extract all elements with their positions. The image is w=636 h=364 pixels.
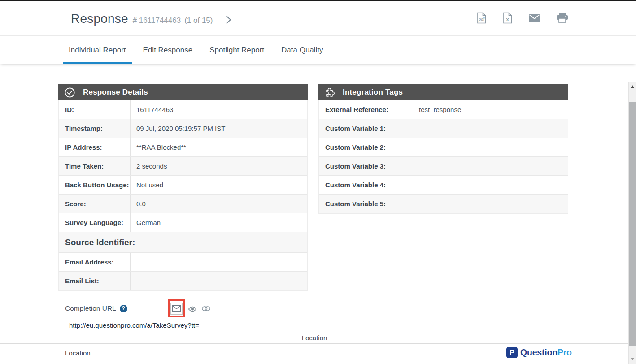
table-row: External Reference: test_response xyxy=(319,100,568,119)
completion-url-group: Completion URL ? xyxy=(65,304,127,312)
tab-data-quality[interactable]: Data Quality xyxy=(275,36,329,64)
print-button[interactable] xyxy=(557,12,568,24)
row-value xyxy=(413,119,568,138)
printer-icon xyxy=(557,13,568,23)
scroll-down-arrow-icon[interactable] xyxy=(631,358,634,360)
svg-text:pdf: pdf xyxy=(478,17,485,22)
row-label: Score: xyxy=(59,195,131,213)
brand-secondary: Pro xyxy=(558,347,572,357)
email-response-button[interactable] xyxy=(529,12,540,24)
table-row: Custom Variable 1: xyxy=(319,119,568,138)
response-details-table: Response Details ID: 1611744463 Timestam… xyxy=(58,84,308,291)
row-label: Email List: xyxy=(59,272,131,290)
table-row: Custom Variable 2: xyxy=(319,138,568,157)
chevron-right-icon xyxy=(225,15,235,24)
row-label: External Reference: xyxy=(319,100,413,119)
questionpro-logo-text: QuestionPro xyxy=(520,347,572,358)
row-value xyxy=(413,195,568,213)
table-row: Custom Variable 3: xyxy=(319,157,568,176)
row-value: 2 seconds xyxy=(131,157,307,175)
row-value xyxy=(413,138,568,156)
completion-url-input[interactable] xyxy=(65,318,213,332)
location-caption: Location xyxy=(0,334,629,342)
integration-tags-header: Integration Tags xyxy=(318,84,568,100)
row-value: Not used xyxy=(131,176,307,194)
check-circle-icon xyxy=(64,87,75,98)
tab-individual-report[interactable]: Individual Report xyxy=(63,36,132,64)
table-title: Integration Tags xyxy=(343,88,403,97)
questionpro-logo[interactable]: P QuestionPro xyxy=(506,347,572,358)
row-label: Custom Variable 4: xyxy=(319,176,413,194)
scrollbar-thumb[interactable] xyxy=(629,102,636,346)
response-position: (1 of 15) xyxy=(184,16,213,25)
help-icon[interactable]: ? xyxy=(120,305,127,312)
highlight-annotation xyxy=(168,299,185,317)
row-value: test_response xyxy=(413,100,568,119)
table-row: Survey Language: German xyxy=(59,213,307,232)
row-value: 0.0 xyxy=(131,195,307,213)
header-actions: pdf x xyxy=(477,12,568,24)
completion-url-label: Completion URL xyxy=(65,304,116,312)
row-value xyxy=(131,253,307,271)
puzzle-icon xyxy=(324,87,335,98)
tab-edit-response[interactable]: Edit Response xyxy=(137,36,199,64)
table-row: Score: 0.0 xyxy=(59,195,307,213)
source-identifier-heading: Source Identifier: xyxy=(59,232,307,253)
row-value: **RAA Blocked** xyxy=(131,138,307,156)
tab-label: Individual Report xyxy=(69,46,126,55)
integration-tags-body: External Reference: test_response Custom… xyxy=(318,100,568,214)
export-excel-button[interactable]: x xyxy=(503,12,512,24)
view-completion-url-button[interactable] xyxy=(188,306,197,312)
response-id: # 1611744463 xyxy=(133,16,181,25)
row-value xyxy=(413,157,568,175)
title-group: Response # 1611744463 (1 of 15) xyxy=(71,12,213,26)
questionpro-logo-icon: P xyxy=(506,347,518,358)
row-label: Custom Variable 3: xyxy=(319,157,413,175)
next-response-button[interactable] xyxy=(225,14,235,25)
row-value xyxy=(413,176,568,194)
report-tabbar: Individual Report Edit Response Spotligh… xyxy=(0,36,636,64)
envelope-icon xyxy=(529,14,540,22)
row-label: Email Address: xyxy=(59,253,131,271)
table-row: Custom Variable 4: xyxy=(319,176,568,195)
brand-primary: Question xyxy=(520,347,558,357)
row-label: Custom Variable 5: xyxy=(319,195,413,213)
table-row: ID: 1611744463 xyxy=(59,100,307,119)
row-value: 1611744463 xyxy=(131,100,307,119)
table-title: Response Details xyxy=(83,88,148,97)
email-completion-url-button[interactable] xyxy=(170,303,183,315)
link-icon xyxy=(202,306,210,311)
table-row: Back Button Usage: Not used xyxy=(59,176,307,195)
page-header: Response # 1611744463 (1 of 15) pdf xyxy=(0,1,636,36)
row-label: ID: xyxy=(59,100,131,119)
response-details-body: ID: 1611744463 Timestamp: 09 Jul, 2020 0… xyxy=(58,100,308,291)
export-pdf-button[interactable]: pdf xyxy=(477,12,486,24)
tab-label: Data Quality xyxy=(281,46,323,55)
pdf-export-icon: pdf xyxy=(477,12,486,24)
row-label: Timestamp: xyxy=(59,119,131,138)
eye-icon xyxy=(188,306,197,312)
excel-export-icon: x xyxy=(503,12,512,24)
copy-link-button[interactable] xyxy=(202,306,210,311)
table-row: Time Taken: 2 seconds xyxy=(59,157,307,176)
vertical-scrollbar[interactable] xyxy=(628,82,636,364)
integration-tags-table: Integration Tags External Reference: tes… xyxy=(318,84,568,214)
row-label: Custom Variable 2: xyxy=(319,138,413,156)
tab-spotlight-report[interactable]: Spotlight Report xyxy=(204,36,270,64)
envelope-icon xyxy=(172,305,181,312)
tab-label: Spotlight Report xyxy=(209,46,264,55)
table-row: Email List: xyxy=(59,272,307,290)
row-label: IP Address: xyxy=(59,138,131,156)
row-label: Survey Language: xyxy=(59,213,131,232)
table-row: Email Address: xyxy=(59,253,307,272)
table-row: IP Address: **RAA Blocked** xyxy=(59,138,307,157)
svg-text:x: x xyxy=(506,17,509,22)
location-section-label: Location xyxy=(65,349,91,357)
row-value xyxy=(131,272,307,290)
table-row: Custom Variable 5: xyxy=(319,195,568,213)
tabs: Individual Report Edit Response Spotligh… xyxy=(0,36,636,64)
response-details-header: Response Details xyxy=(58,84,308,100)
scroll-up-arrow-icon[interactable] xyxy=(631,85,634,88)
section-divider xyxy=(0,343,629,344)
tab-label: Edit Response xyxy=(143,46,193,55)
